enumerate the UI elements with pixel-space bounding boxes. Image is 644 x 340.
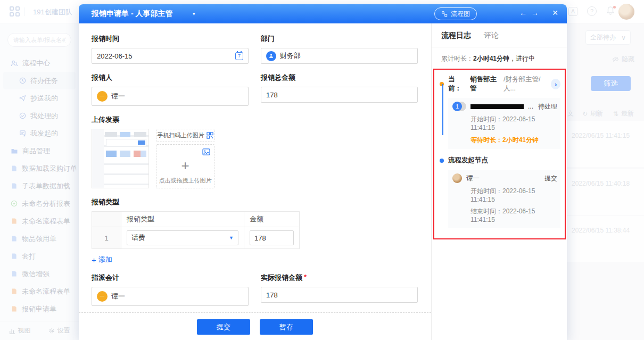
page: 191创建团队 A ? 流程中心 待办任务 抄送我的 我处理的 我发起的 [0, 0, 644, 340]
org-icon [266, 51, 276, 61]
expand-chevron-icon[interactable]: › [551, 79, 560, 89]
dropdown-caret-icon: ▼ [229, 235, 234, 241]
dropzone-label: 点击或拖拽上传图片 [156, 177, 214, 185]
field-label: 指派会计 [92, 273, 249, 283]
field-label: 上传发票 [92, 115, 418, 125]
status-submitted: 提交 [544, 174, 557, 183]
tab-comments[interactable]: 评论 [484, 31, 499, 40]
department-chip: 财务部 [266, 51, 301, 61]
applicant-chip: 一 谭一 [97, 91, 125, 102]
current-role: 销售部主管 [470, 75, 499, 93]
start-node-label: 流程发起节点 [448, 156, 488, 165]
scan-upload-label: 手机扫码上传图片 [158, 131, 204, 139]
expense-type-select[interactable]: 话费 ▼ [127, 230, 238, 245]
plus-icon: + [92, 255, 96, 264]
field-label: 报销类型 [92, 197, 418, 207]
start-node-dot [440, 159, 444, 163]
field-applicant: 报销人 一 谭一 [92, 73, 249, 106]
close-icon[interactable]: ✕ [552, 9, 558, 17]
initiator-name: 谭一 [466, 174, 480, 183]
scan-upload-button[interactable]: 手机扫码上传图片 [156, 129, 214, 142]
add-row-button[interactable]: + 添加 [92, 255, 129, 264]
log-entry-current: 1 ... 待处理 开始时间：2022-06-15 11:41:15 等待时长：… [448, 98, 560, 149]
redacted-ellipsis: ... [528, 103, 533, 110]
add-row-label: 添加 [98, 255, 112, 264]
title-caret-down-icon[interactable]: ▾ [193, 11, 195, 16]
field-label: 部门 [261, 34, 418, 44]
modal-body: 报销时间 2022-06-15 7 部门 财务部 [79, 23, 567, 340]
calendar-icon[interactable]: 7 [235, 52, 243, 60]
current-node-title: 当前：销售部主管/财务部主管/人... › [440, 75, 560, 93]
amount-cell: 178 [244, 227, 299, 248]
flowchart-icon [441, 11, 448, 17]
qr-code-icon [207, 132, 213, 139]
start-node-title: 流程发起节点 [440, 156, 560, 165]
accountant-input[interactable]: 一 谭一 [92, 287, 249, 306]
actual-amount-input[interactable]: 178 [261, 287, 418, 303]
form-area: 报销时间 2022-06-15 7 部门 财务部 [79, 23, 431, 340]
start-time: 开始时间：2022-06-15 11:41:15 [470, 187, 557, 203]
expense-time-input[interactable]: 2022-06-15 7 [92, 48, 249, 64]
expense-type-value: 话费 [131, 233, 145, 243]
prev-arrow-icon[interactable]: ← [519, 9, 531, 17]
applicant-input[interactable]: 一 谭一 [92, 87, 249, 106]
applicant-avatar: 一 [97, 91, 108, 102]
accountant-chip: 一 谭一 [97, 291, 125, 302]
image-icon[interactable] [202, 148, 210, 157]
required-asterisk: * [304, 273, 307, 283]
flowchart-button[interactable]: 流程图 [434, 7, 477, 20]
status-pending: 待处理 [538, 102, 557, 111]
log-entry-start: 谭一 提交 开始时间：2022-06-15 11:41:15 结束时间：2022… [448, 170, 560, 228]
field-department: 部门 财务部 [261, 34, 418, 64]
modal-header: 报销申请单 - 人事部主管 ▾ 流程图 ←→ ✕ [79, 4, 567, 23]
next-arrow-icon[interactable]: → [531, 9, 543, 17]
row-index: 1 [92, 227, 121, 248]
thumbnail-detail [106, 139, 146, 146]
save-draft-button[interactable]: 暂存 [260, 319, 313, 335]
field-label: 报销人 [92, 73, 249, 82]
submit-button[interactable]: 提交 [197, 319, 250, 335]
redacted-name [470, 104, 524, 109]
nav-arrows: ←→ [519, 9, 543, 17]
field-expense-type: 报销类型 报销类型 金额 1 话费 ▼ [92, 197, 418, 264]
form-divider [79, 312, 431, 313]
start-time: 开始时间：2022-06-15 11:41:15 [470, 115, 557, 131]
table-header-row: 报销类型 金额 [92, 212, 299, 227]
summary-duration: 2小时41分钟 [473, 55, 509, 62]
type-header: 报销类型 [121, 212, 244, 227]
table-row: 1 话费 ▼ 178 [92, 227, 299, 248]
field-total-amount: 报销总金额 178 [261, 73, 418, 106]
assignee-avatar-stack: 1 [452, 102, 466, 111]
tab-process-log[interactable]: 流程日志 [441, 31, 471, 40]
plus-icon: + [156, 159, 214, 172]
button-row: 提交 暂存 [79, 319, 431, 335]
amount-header: 金额 [244, 212, 299, 227]
invoice-thumbnail[interactable] [92, 129, 149, 188]
expense-time-value: 2022-06-15 [97, 52, 133, 60]
avatar-count: 1 [452, 102, 462, 111]
field-label: 报销时间 [92, 34, 249, 44]
applicant-name: 谭一 [111, 92, 125, 101]
row-amount-input[interactable]: 178 [250, 230, 294, 245]
flowchart-label: 流程图 [451, 10, 470, 19]
initiator-avatar [452, 173, 462, 183]
field-actual-amount: 实际报销金额 * 178 [261, 273, 418, 306]
summary-prefix: 累计时长： [441, 55, 473, 62]
summary-status: ，进行中 [509, 55, 535, 62]
total-amount-input[interactable]: 178 [261, 87, 418, 103]
type-cell: 话费 ▼ [121, 227, 244, 248]
current-prefix: 当前： [448, 75, 466, 93]
accountant-avatar: 一 [97, 291, 108, 302]
log-tabs: 流程日志 评论 [432, 31, 567, 47]
field-upload-invoice: 上传发票 手机扫码上传图片 + 点击或拖拽上传图片 [92, 115, 418, 188]
department-input[interactable]: 财务部 [261, 48, 418, 64]
field-expense-time: 报销时间 2022-06-15 7 [92, 34, 249, 64]
department-value: 财务部 [280, 51, 301, 61]
field-label: 实际报销金额 * [261, 273, 418, 283]
log-summary: 累计时长：2小时41分钟，进行中 [441, 54, 559, 63]
timeline-connector [442, 84, 443, 135]
highlighted-log-section: 当前：销售部主管/财务部主管/人... › 1 ... 待处理 开始时间：202… [433, 69, 566, 239]
upload-dropzone[interactable]: + 点击或拖拽上传图片 [156, 144, 214, 188]
expense-form-modal: 报销申请单 - 人事部主管 ▾ 流程图 ←→ ✕ 报销时间 2022-06-15 [79, 4, 567, 340]
upload-column: 手机扫码上传图片 + 点击或拖拽上传图片 [156, 129, 214, 188]
